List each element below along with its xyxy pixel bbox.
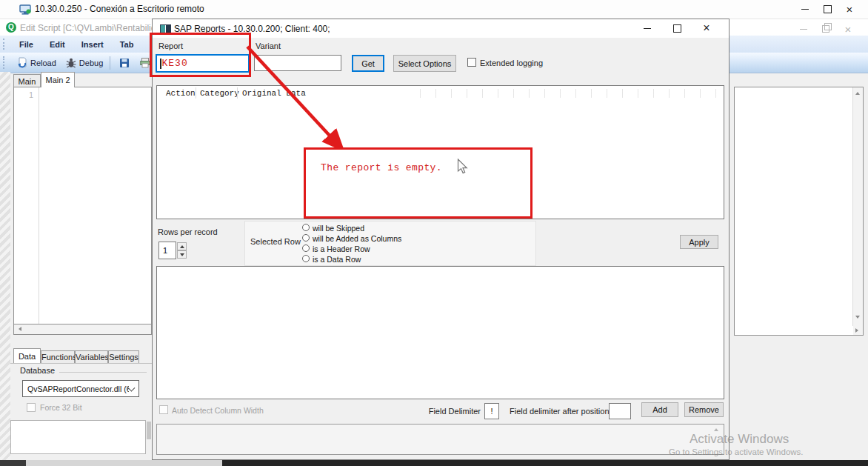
column-separator — [196, 87, 196, 99]
minimize-button[interactable] — [794, 1, 816, 16]
editor-horizontal-scrollbar[interactable] — [13, 324, 152, 335]
close-icon: × — [703, 22, 710, 34]
menu-insert[interactable]: Insert — [73, 40, 112, 49]
radio-label[interactable]: will be Skipped — [313, 224, 364, 233]
annotation-arrow — [237, 41, 359, 160]
editor-vertical-scrollbar[interactable] — [852, 87, 863, 326]
tab-data[interactable]: Data — [13, 348, 41, 363]
reload-button[interactable]: Reload — [13, 56, 60, 70]
tab-main[interactable]: Main — [13, 74, 41, 87]
minimize-button[interactable] — [792, 21, 815, 36]
minimize-button[interactable] — [632, 21, 662, 36]
rows-per-record-label: Rows per record — [158, 227, 218, 236]
apply-button[interactable]: Apply — [680, 235, 718, 249]
field-delimiter-after-label: Field delimiter after position — [510, 407, 610, 416]
reload-label: Reload — [30, 59, 56, 67]
taskbar-window-button[interactable] — [26, 460, 222, 466]
radio-label[interactable]: is a Header Row — [313, 244, 370, 253]
empty-column-separators — [420, 89, 722, 98]
spinner-down-button[interactable] — [177, 250, 187, 259]
force-32bit-label: Force 32 Bit — [40, 403, 82, 412]
maximize-button[interactable] — [816, 1, 838, 16]
remote-window-title: 10.30.0.250 - Conexión a Escritorio remo… — [35, 4, 204, 14]
spinner-up-icon — [180, 245, 184, 248]
auto-detect-label: Auto Detect Column Width — [172, 406, 264, 415]
tab-settings[interactable]: Settings — [108, 350, 139, 363]
annotation-message-box: The report is empty. — [304, 147, 533, 219]
radio-label[interactable]: will be Added as Columns — [313, 234, 401, 243]
scroll-up-icon[interactable] — [714, 428, 718, 431]
remote-desktop-titlebar[interactable]: 10.30.0.250 - Conexión a Escritorio remo… — [0, 0, 868, 19]
add-button[interactable]: Add — [641, 402, 678, 417]
remote-window-controls: × — [794, 1, 861, 16]
field-delimiter-after-input[interactable] — [609, 403, 631, 419]
radio-added-as-columns[interactable] — [302, 234, 310, 242]
dialog-controls: × — [632, 21, 721, 36]
listbox-scrollbar-thumb[interactable] — [147, 422, 151, 439]
debug-icon — [65, 57, 77, 69]
script-editor-right[interactable] — [734, 87, 864, 336]
grid-header-category[interactable]: Category — [200, 89, 239, 98]
activate-windows-watermark-sub: Go to Settings to activate Windows. — [669, 447, 804, 456]
screen: 10.30.0.250 - Conexión a Escritorio remo… — [0, 0, 868, 466]
script-editor[interactable]: 1 — [13, 87, 152, 324]
tab-main2[interactable]: Main 2 — [41, 72, 75, 87]
editor-scroll-corner — [853, 326, 863, 335]
force-32bit-checkbox[interactable] — [27, 403, 36, 412]
extended-logging-checkbox[interactable] — [467, 58, 476, 67]
scroll-left-icon[interactable] — [19, 327, 21, 331]
report-highlight-annotation — [150, 33, 251, 77]
line-number: 1 — [14, 90, 33, 99]
rows-per-record-input[interactable]: 1 — [158, 242, 176, 259]
radio-header-row[interactable] — [302, 244, 310, 252]
restore-button[interactable] — [815, 21, 837, 36]
menubar-grip-handle[interactable] — [3, 39, 7, 50]
scroll-right-icon[interactable] — [855, 328, 858, 333]
connector-dropdown[interactable]: QvSAPReportConnector.dll (64) — [22, 380, 139, 397]
field-delimiter-input[interactable]: ! — [484, 403, 499, 419]
database-group-border — [59, 372, 147, 373]
save-button[interactable] — [115, 56, 134, 70]
scroll-down-icon[interactable] — [855, 316, 860, 319]
radio-data-row[interactable] — [302, 255, 310, 262]
menu-file[interactable]: File — [11, 40, 41, 49]
window-edge-texture — [0, 72, 10, 460]
remove-button[interactable]: Remove — [684, 402, 724, 417]
close-button[interactable]: × — [692, 21, 721, 36]
delimiter-preview-panel — [156, 424, 724, 455]
close-button[interactable]: × — [837, 21, 859, 36]
select-options-button[interactable]: Select Options — [393, 55, 456, 72]
restore-icon — [822, 25, 829, 33]
radio-label[interactable]: is a Data Row — [313, 255, 361, 264]
close-button[interactable]: × — [838, 1, 861, 16]
menu-tab[interactable]: Tab — [112, 40, 142, 49]
grid-header-action[interactable]: Action — [166, 89, 196, 98]
taskbar-segment[interactable] — [222, 460, 868, 466]
toolbar-grip-handle[interactable] — [3, 56, 7, 69]
tab-variables[interactable]: Variables — [75, 350, 108, 363]
taskbar-segment[interactable] — [0, 460, 26, 466]
edit-script-controls: × — [792, 21, 859, 36]
radio-will-be-skipped[interactable] — [302, 224, 310, 231]
edit-script-title: Edit Script [C:\QVLambi\Rentabilidad\E — [20, 23, 174, 33]
remote-desktop-icon — [19, 4, 31, 16]
menu-edit[interactable]: Edit — [41, 40, 73, 49]
selected-row-label: Selected Row — [250, 237, 301, 246]
debug-button[interactable]: Debug — [61, 56, 107, 70]
connector-dropdown-value: QvSAPReportConnector.dll (64) — [27, 385, 129, 393]
scroll-up-icon[interactable] — [855, 92, 860, 95]
debug-label: Debug — [79, 59, 103, 67]
database-listbox[interactable] — [10, 420, 146, 454]
activate-windows-watermark: Activate Windows — [690, 432, 789, 447]
line-number-gutter: 1 — [14, 87, 39, 324]
qlikview-icon: Q — [6, 22, 16, 33]
spinner-down-icon — [180, 253, 184, 256]
maximize-button[interactable] — [662, 21, 692, 36]
preview-panel — [156, 266, 724, 399]
auto-detect-checkbox[interactable] — [159, 405, 168, 414]
spinner-up-button[interactable] — [177, 242, 187, 250]
minimize-icon — [644, 28, 651, 29]
field-delimiter-label: Field Delimiter — [412, 407, 481, 416]
close-icon: × — [845, 24, 852, 35]
tab-functions[interactable]: Functions — [41, 350, 75, 363]
